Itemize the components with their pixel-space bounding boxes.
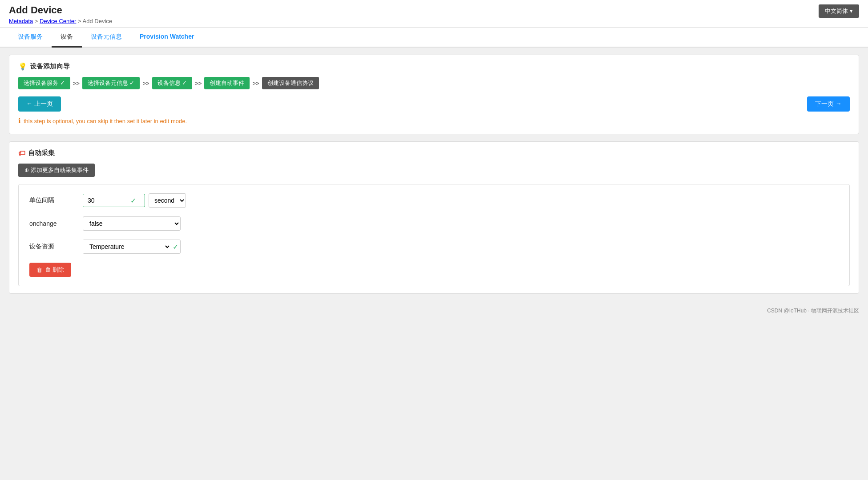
- steps-row: 选择设备服务 ✓ >> 选择设备元信息 ✓ >> 设备信息 ✓ >> 创建自动事…: [18, 77, 850, 89]
- tag-icon: 🏷: [18, 149, 25, 157]
- onchange-select[interactable]: false true: [83, 216, 181, 231]
- page-title: Add Device: [9, 4, 112, 16]
- nav-btn-row: ← 上一页 下一页 →: [18, 96, 850, 112]
- resource-label: 设备资源: [29, 243, 83, 251]
- step-4: 创建自动事件: [204, 77, 250, 89]
- resource-select-wrapper: Temperature ✓: [83, 240, 181, 254]
- wizard-title-text: 设备添加向导: [30, 62, 70, 71]
- step-arrow-3: >>: [195, 80, 202, 87]
- breadcrumb: Metadata > Device Center > Add Device: [9, 18, 112, 24]
- delete-label: 🗑 删除: [45, 266, 64, 274]
- step-3: 设备信息 ✓: [152, 77, 193, 89]
- interval-input-wrapper: ✓: [83, 194, 145, 207]
- tab-device[interactable]: 设备: [52, 28, 82, 48]
- prev-button[interactable]: ← 上一页: [18, 96, 61, 112]
- interval-row: 单位间隔 ✓ second minute hour: [29, 193, 839, 208]
- footer: CSDN @IoTHub · 物联网开源技术社区: [0, 301, 868, 321]
- unit-select[interactable]: second minute hour: [149, 193, 186, 208]
- next-button[interactable]: 下一页 →: [807, 96, 850, 112]
- main-content: 💡 设备添加向导 选择设备服务 ✓ >> 选择设备元信息 ✓ >> 设备信息 ✓…: [0, 48, 868, 301]
- step-arrow-2: >>: [142, 80, 149, 87]
- section-title-text: 自动采集: [28, 149, 55, 157]
- add-event-button[interactable]: ⊕ 添加更多自动采集事件: [18, 164, 95, 177]
- language-button[interactable]: 中文简体 ▾: [819, 4, 859, 18]
- wizard-icon: 💡: [18, 62, 27, 71]
- trash-icon: 🗑: [36, 267, 42, 273]
- page-title-block: Add Device Metadata > Device Center > Ad…: [9, 4, 112, 24]
- resource-check: ✓: [171, 243, 180, 251]
- step-1: 选择设备服务 ✓: [18, 77, 70, 89]
- section-title: 🏷 自动采集: [18, 149, 850, 157]
- wizard-card: 💡 设备添加向导 选择设备服务 ✓ >> 选择设备元信息 ✓ >> 设备信息 ✓…: [9, 55, 859, 134]
- interval-check: ✓: [128, 196, 139, 205]
- footer-text: CSDN @IoTHub · 物联网开源技术社区: [767, 308, 859, 314]
- top-bar: Add Device Metadata > Device Center > Ad…: [0, 0, 868, 28]
- tab-bar: 设备服务 设备 设备元信息 Provision Watcher: [0, 28, 868, 48]
- delete-button[interactable]: 🗑 🗑 删除: [29, 263, 71, 277]
- step-arrow-4: >>: [252, 80, 259, 87]
- step-arrow-1: >>: [73, 80, 80, 87]
- optional-hint-text: this step is optional, you can skip it t…: [24, 118, 187, 124]
- step-2: 选择设备元信息 ✓: [82, 77, 140, 89]
- onchange-label: onchange: [29, 220, 83, 227]
- onchange-row: onchange false true: [29, 216, 839, 231]
- hint-icon: ℹ: [18, 117, 21, 125]
- interval-input[interactable]: [83, 194, 128, 207]
- step-5: 创建设备通信协议: [262, 77, 319, 89]
- event-box: 单位间隔 ✓ second minute hour onchange false…: [18, 184, 850, 286]
- optional-hint: ℹ this step is optional, you can skip it…: [18, 117, 850, 125]
- auto-collect-section: 🏷 自动采集 ⊕ 添加更多自动采集事件 单位间隔 ✓ second minute…: [9, 141, 859, 294]
- tab-device-meta[interactable]: 设备元信息: [82, 28, 131, 48]
- breadcrumb-device-center[interactable]: Device Center: [40, 18, 76, 24]
- breadcrumb-current: Add Device: [83, 18, 112, 24]
- resource-row: 设备资源 Temperature ✓: [29, 240, 839, 254]
- breadcrumb-metadata[interactable]: Metadata: [9, 18, 33, 24]
- wizard-title: 💡 设备添加向导: [18, 62, 850, 71]
- tab-device-service[interactable]: 设备服务: [9, 28, 52, 48]
- tab-provision-watcher[interactable]: Provision Watcher: [131, 28, 203, 48]
- resource-select[interactable]: Temperature: [83, 240, 171, 253]
- interval-label: 单位间隔: [29, 196, 83, 204]
